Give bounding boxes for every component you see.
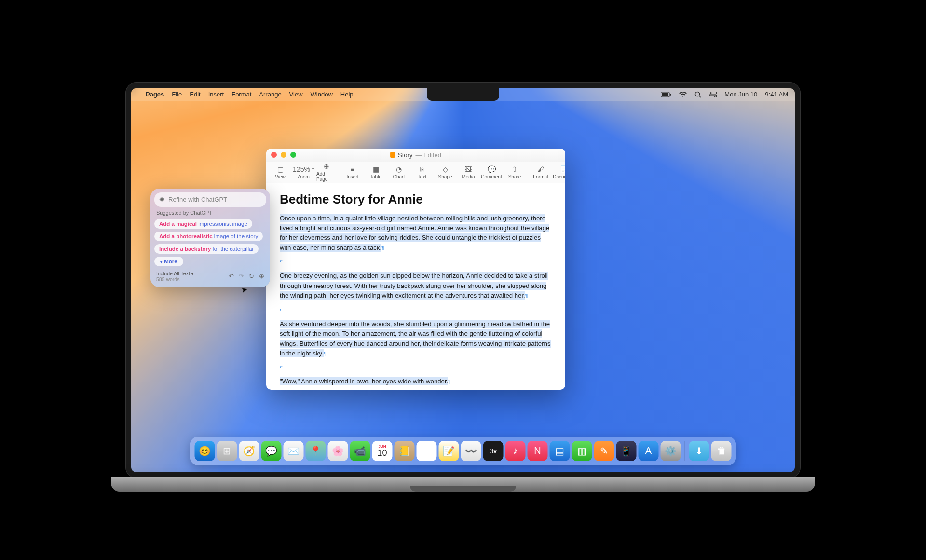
- svg-line-4: [699, 96, 701, 97]
- dock-maps[interactable]: 📍: [306, 441, 326, 461]
- dock-photos[interactable]: 🌸: [328, 441, 348, 461]
- dock-reminders[interactable]: ☰: [417, 441, 437, 461]
- svg-rect-5: [709, 92, 717, 94]
- close-button[interactable]: [271, 152, 277, 158]
- document-title: Story: [398, 151, 412, 159]
- dock-tv[interactable]: tv: [483, 441, 504, 461]
- wifi-icon[interactable]: [679, 92, 687, 97]
- chatgpt-icon: ✺: [159, 196, 164, 203]
- window-titlebar[interactable]: Story — Edited: [266, 149, 565, 162]
- dock-safari[interactable]: 🧭: [239, 441, 259, 461]
- svg-rect-2: [670, 94, 671, 96]
- suggestion-pill[interactable]: Include a backstory for the caterpillar: [154, 244, 259, 254]
- doc-heading[interactable]: Bedtime Story for Annie: [280, 192, 552, 207]
- dock: 😊⊞🧭💬✉️📍🌸📹JUN10📒☰📝〰️tv♪N▤▥✎📱A⚙️⬇🗑: [190, 437, 736, 465]
- dock-settings[interactable]: ⚙️: [661, 441, 681, 461]
- menu-file[interactable]: File: [172, 91, 182, 98]
- svg-rect-7: [709, 95, 717, 97]
- paragraph[interactable]: Once upon a time, in a quaint little vil…: [280, 214, 549, 252]
- more-suggestions-button[interactable]: ▾ More: [154, 257, 183, 266]
- dock-downloads[interactable]: ⬇: [689, 441, 709, 461]
- laptop-notch: [427, 88, 499, 101]
- dock-launchpad[interactable]: ⊞: [217, 441, 237, 461]
- toolbar-shape[interactable]: ◇Shape: [435, 165, 455, 179]
- paragraph[interactable]: As she ventured deeper into the woods, s…: [280, 320, 551, 357]
- dock-numbers[interactable]: ▥: [572, 441, 592, 461]
- svg-point-6: [710, 92, 712, 94]
- menu-view[interactable]: View: [289, 91, 303, 98]
- menu-help[interactable]: Help: [340, 91, 354, 98]
- toolbar-comment[interactable]: 💬Comment: [481, 165, 502, 179]
- toolbar-view[interactable]: ▢View: [270, 165, 290, 179]
- menu-arrange[interactable]: Arrange: [259, 91, 281, 98]
- undo-icon[interactable]: ↶: [229, 273, 234, 280]
- paragraph[interactable]: "Wow," Annie whispered in awe, her eyes …: [280, 377, 448, 385]
- toolbar-share[interactable]: ⇧Share: [504, 165, 525, 179]
- dock-keynote[interactable]: ▤: [550, 441, 570, 461]
- toolbar-table[interactable]: ▦Table: [366, 165, 386, 179]
- suggestion-pill[interactable]: Add a magical impressionist image: [154, 219, 252, 229]
- toolbar-format[interactable]: 🖌Format: [531, 165, 551, 179]
- dock-appstore[interactable]: A: [639, 441, 659, 461]
- menubar-time[interactable]: 9:41 AM: [765, 91, 788, 98]
- pages-window: Story — Edited ▢View 125% ▾Zoom ⊕Add Pag…: [266, 149, 565, 390]
- menu-format[interactable]: Format: [232, 91, 251, 98]
- spotlight-icon[interactable]: [694, 91, 701, 98]
- dock-freeform[interactable]: 〰️: [461, 441, 481, 461]
- document-icon: [390, 152, 395, 158]
- fullscreen-button[interactable]: [290, 152, 296, 158]
- app-toolbar: ▢View 125% ▾Zoom ⊕Add Page ≡Insert ▦Tabl…: [266, 162, 565, 183]
- toolbar-chart[interactable]: ◔Chart: [389, 165, 409, 179]
- svg-rect-1: [662, 93, 668, 96]
- toolbar-add-page[interactable]: ⊕Add Page: [316, 163, 337, 182]
- toolbar-media[interactable]: 🖼Media: [458, 165, 478, 179]
- suggestion-pill[interactable]: Add a photorealistic image of the story: [154, 232, 263, 241]
- refresh-icon[interactable]: ↻: [249, 273, 254, 280]
- menu-insert[interactable]: Insert: [208, 91, 224, 98]
- menu-edit[interactable]: Edit: [190, 91, 200, 98]
- dock-separator: [685, 441, 685, 461]
- dock-iphone-mirror[interactable]: 📱: [616, 441, 637, 461]
- document-body[interactable]: Bedtime Story for Annie Once upon a time…: [266, 183, 565, 390]
- refine-input[interactable]: ✺ Refine with ChatGPT: [154, 192, 266, 207]
- toolbar-zoom[interactable]: 125% ▾Zoom: [293, 165, 313, 179]
- menubar-date[interactable]: Mon Jun 10: [724, 91, 757, 98]
- menu-window[interactable]: Window: [311, 91, 333, 98]
- word-count: 585 words: [156, 276, 193, 282]
- dock-messages[interactable]: 💬: [261, 441, 282, 461]
- battery-icon[interactable]: [661, 92, 671, 97]
- dock-mail[interactable]: ✉️: [284, 441, 304, 461]
- svg-point-8: [714, 96, 716, 97]
- refine-placeholder: Refine with ChatGPT: [168, 196, 227, 203]
- minimize-button[interactable]: [281, 152, 286, 158]
- paragraph[interactable]: One breezy evening, as the golden sun di…: [280, 272, 548, 300]
- dock-calendar[interactable]: JUN10: [372, 441, 393, 461]
- dock-trash[interactable]: 🗑: [711, 441, 732, 461]
- redo-icon[interactable]: ↷: [239, 273, 244, 280]
- dock-contacts[interactable]: 📒: [395, 441, 415, 461]
- document-status: — Edited: [415, 151, 441, 159]
- menubar-app-name[interactable]: Pages: [146, 91, 164, 98]
- suggested-label: Suggested by ChatGPT: [154, 207, 266, 218]
- add-icon[interactable]: ⊕: [259, 273, 264, 280]
- dock-facetime[interactable]: 📹: [350, 441, 370, 461]
- svg-point-3: [695, 92, 700, 96]
- toolbar-insert[interactable]: ≡Insert: [342, 165, 363, 179]
- toolbar-text[interactable]: ⎘Text: [412, 165, 432, 179]
- control-center-icon[interactable]: [709, 92, 717, 97]
- include-text-toggle[interactable]: Include All Text ▾: [156, 271, 193, 276]
- dock-news[interactable]: N: [528, 441, 548, 461]
- dock-finder[interactable]: 😊: [195, 441, 215, 461]
- chatgpt-refine-panel: ✺ Refine with ChatGPT Suggested by ChatG…: [150, 189, 270, 287]
- toolbar-document[interactable]: 📄Document: [554, 165, 565, 179]
- dock-music[interactable]: ♪: [505, 441, 526, 461]
- dock-notes[interactable]: 📝: [439, 441, 459, 461]
- dock-pages[interactable]: ✎: [594, 441, 614, 461]
